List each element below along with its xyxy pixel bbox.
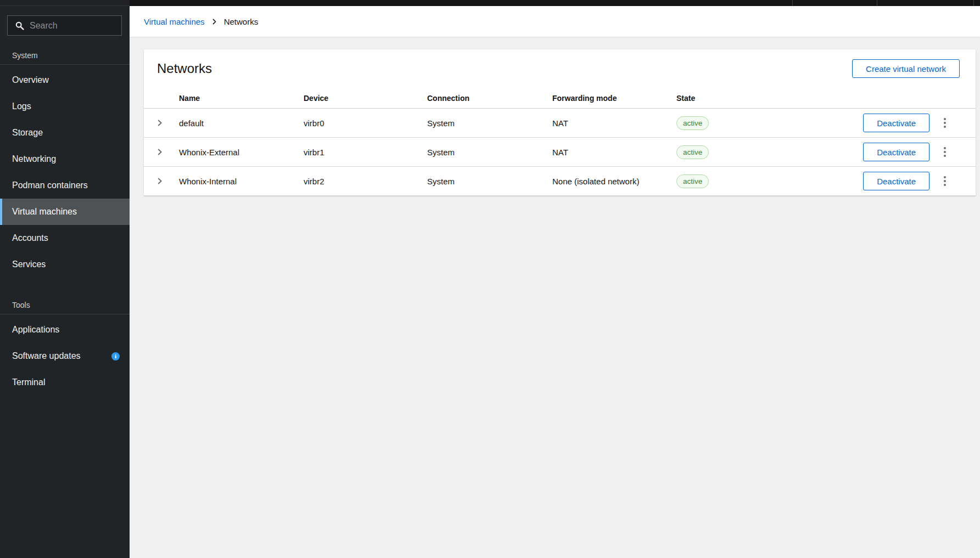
expand-row-button[interactable] — [153, 174, 166, 188]
status-badge: active — [676, 174, 709, 188]
sidebar-item-applications[interactable]: Applications — [0, 317, 130, 343]
sidebar-item-terminal[interactable]: Terminal — [0, 369, 130, 396]
table-row: default virbr0 System NAT active Deactiv… — [144, 109, 976, 138]
chevron-right-icon — [156, 120, 163, 126]
sidebar: System Overview Logs Storage Networking … — [0, 6, 130, 558]
chevron-right-icon — [156, 178, 163, 184]
deactivate-button[interactable]: Deactivate — [863, 114, 929, 132]
status-badge: active — [676, 116, 709, 130]
column-header-forwarding-mode: Forwarding mode — [544, 94, 668, 103]
network-device: virbr2 — [295, 177, 418, 186]
network-forwarding-mode: NAT — [544, 119, 668, 128]
table-row: Whonix-External virbr1 System NAT active… — [144, 138, 976, 167]
page-title: Networks — [157, 61, 212, 76]
sidebar-item-networking[interactable]: Networking — [0, 146, 130, 172]
networks-card: Networks Create virtual network Name Dev… — [144, 49, 976, 196]
table-header-row: Name Device Connection Forwarding mode S… — [144, 88, 976, 109]
network-forwarding-mode: NAT — [544, 148, 668, 157]
column-header-device: Device — [295, 94, 418, 103]
expand-row-button[interactable] — [153, 116, 166, 129]
sidebar-item-podman-containers[interactable]: Podman containers — [0, 172, 130, 199]
search-icon — [15, 21, 24, 30]
column-header-state: State — [668, 94, 769, 103]
deactivate-button[interactable]: Deactivate — [863, 172, 929, 190]
network-connection: System — [418, 177, 544, 186]
page-background: Networks Create virtual network Name Dev… — [130, 49, 980, 558]
kebab-menu-icon[interactable] — [938, 143, 951, 161]
sidebar-item-accounts[interactable]: Accounts — [0, 225, 130, 251]
nav-section-system: System — [0, 36, 130, 64]
masthead-divider — [877, 0, 877, 6]
breadcrumb-virtual-machines-link[interactable]: Virtual machines — [144, 17, 205, 26]
deactivate-button[interactable]: Deactivate — [863, 143, 929, 161]
breadcrumb: Virtual machines Networks — [130, 6, 980, 37]
sidebar-item-software-updates[interactable]: Software updates i — [0, 343, 130, 369]
network-name: default — [170, 119, 295, 128]
breadcrumb-current: Networks — [224, 17, 259, 26]
content-area: Virtual machines Networks Networks Creat… — [130, 6, 980, 558]
sidebar-item-logs[interactable]: Logs — [0, 93, 130, 120]
sidebar-item-overview[interactable]: Overview — [0, 67, 130, 93]
status-badge: active — [676, 145, 709, 159]
network-connection: System — [418, 148, 544, 157]
column-header-name: Name — [170, 94, 295, 103]
search-input[interactable] — [30, 21, 116, 31]
network-device: virbr1 — [295, 148, 418, 157]
kebab-menu-icon[interactable] — [938, 172, 951, 190]
network-name: Whonix-Internal — [170, 177, 295, 186]
masthead-divider — [792, 0, 793, 6]
sidebar-item-virtual-machines[interactable]: Virtual machines — [0, 199, 130, 225]
sidebar-item-storage[interactable]: Storage — [0, 120, 130, 146]
chevron-right-icon — [156, 149, 163, 155]
table-row: Whonix-Internal virbr2 System None (isol… — [144, 167, 976, 196]
column-header-connection: Connection — [418, 94, 544, 103]
nav-section-tools: Tools — [0, 278, 130, 314]
network-connection: System — [418, 119, 544, 128]
sidebar-search-box[interactable] — [7, 15, 122, 36]
network-forwarding-mode: None (isolated network) — [544, 177, 668, 186]
sidebar-item-services[interactable]: Services — [0, 251, 130, 278]
create-virtual-network-button[interactable]: Create virtual network — [852, 59, 960, 78]
masthead-sidebar-segment — [0, 0, 130, 6]
kebab-menu-icon[interactable] — [938, 114, 951, 132]
masthead — [0, 0, 980, 6]
expand-row-button[interactable] — [153, 145, 166, 159]
info-icon: i — [111, 352, 120, 360]
network-name: Whonix-External — [170, 148, 295, 157]
chevron-right-icon — [211, 19, 217, 25]
network-device: virbr0 — [295, 119, 418, 128]
masthead-divider — [973, 0, 974, 6]
